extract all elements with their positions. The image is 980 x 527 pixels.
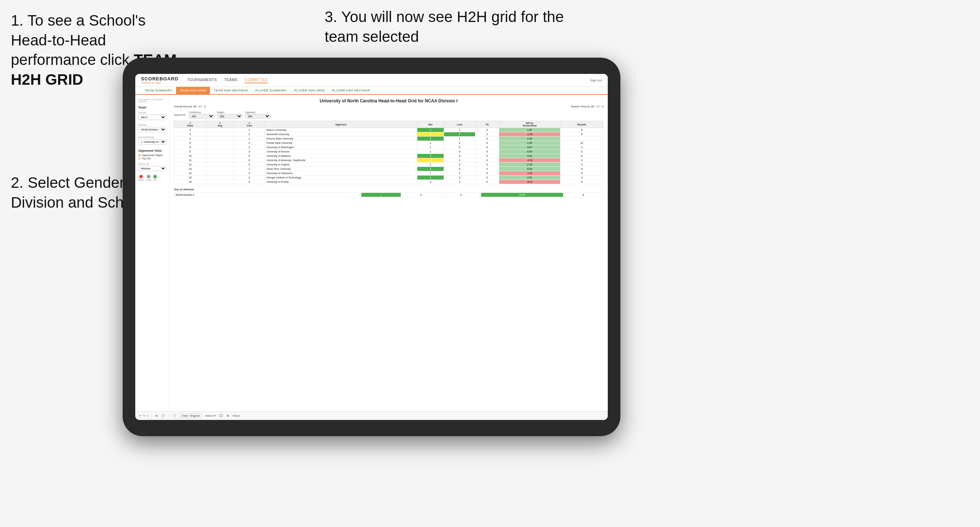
- share-btn[interactable]: Share: [233, 414, 240, 417]
- grid-title: University of North Carolina Head-to-Hea…: [174, 98, 603, 103]
- cell-loss: 2: [444, 141, 476, 145]
- watch-btn[interactable]: Watch ▾: [205, 414, 216, 417]
- cell-rounds: 9: [560, 171, 603, 176]
- cell-rank: 2: [174, 128, 206, 132]
- tab-player-summary[interactable]: PLAYER SUMMARY: [252, 87, 290, 94]
- cell-win: 3: [417, 167, 444, 171]
- overall-record: Overall Record: 89 - 17 - 0: [174, 105, 205, 108]
- cell-tie: 0: [476, 145, 499, 149]
- nav-tournaments[interactable]: TOURNAMENTS: [187, 77, 217, 83]
- cell-rank: 12: [174, 163, 206, 167]
- cell-opponent: Vanderbilt University: [265, 132, 417, 137]
- cell-reg: [206, 158, 234, 163]
- table-row: 9 3 University of Arizona 1 0 0 9.00 2: [174, 149, 603, 154]
- table-row: 15 4 Georgia Institute of Technology 6 0…: [174, 176, 603, 180]
- cell-opponent: University of Oklahoma: [265, 171, 417, 176]
- opponent-filter: Opponent (All): [245, 111, 270, 119]
- cell-loss: 0: [444, 145, 476, 149]
- cell-rounds: 9: [560, 176, 603, 180]
- cell-loss: 1: [444, 158, 476, 163]
- copy-btn[interactable]: ⧉: [156, 414, 158, 418]
- logo-sub: Powered by clippi: [141, 81, 178, 84]
- skip-btn[interactable]: ⟩: [147, 414, 148, 417]
- cell-loss: 1: [444, 128, 476, 132]
- cell-tie: 0: [476, 167, 499, 171]
- cell-tie: 0: [476, 171, 499, 176]
- cell-diff: 1.83: [499, 141, 560, 145]
- cell-loss: 0: [444, 163, 476, 167]
- col-conf: #Conf: [234, 121, 265, 128]
- grid-panel: University of North Carolina Head-to-Hea…: [170, 95, 608, 411]
- division-label: Division: [138, 124, 166, 126]
- cell-reg: [206, 154, 234, 158]
- cell-diff: 3.67: [499, 145, 560, 149]
- cell-opponent: Auburn University: [265, 128, 417, 132]
- cell-tie: 0: [476, 132, 499, 137]
- separator-2: [169, 413, 169, 419]
- cell-win: 1: [417, 141, 444, 145]
- cell-rounds: 2: [560, 149, 603, 154]
- cell-conf: 2: [234, 141, 265, 145]
- radio-opponents-played[interactable]: Opponents Played: [138, 154, 166, 156]
- cell-loss: 4: [444, 132, 476, 137]
- paste-btn[interactable]: 📋: [161, 414, 165, 417]
- sub-nav: TEAM SUMMARY TEAM H2H GRID TEAM H2H HEAT…: [135, 87, 608, 95]
- out-division-rounds: 3: [563, 193, 603, 197]
- gender-select[interactable]: Men's: [138, 114, 166, 120]
- gender-label: Gender: [138, 111, 166, 114]
- school-select[interactable]: 1. University of Nort...: [138, 139, 166, 144]
- cell-conf: 5: [234, 154, 265, 158]
- out-division-tie: 0: [441, 193, 481, 197]
- radio-dot-top100: [138, 157, 141, 160]
- clock-btn[interactable]: 🕐: [172, 414, 176, 417]
- out-of-division: Out of division NCAA Division II 1 0 0 2…: [174, 188, 603, 197]
- tab-player-h2h-heatmap[interactable]: PLAYER H2H HEATMAP: [328, 87, 374, 94]
- colour-by-select[interactable]: Win/loss: [138, 166, 166, 171]
- tab-team-h2h-grid[interactable]: TEAM H2H GRID: [176, 87, 210, 94]
- cell-loss: 2: [444, 171, 476, 176]
- radio-top100[interactable]: Top 100: [138, 157, 166, 160]
- opponent-select[interactable]: (All): [245, 114, 270, 119]
- colour-dot-up: [153, 175, 157, 178]
- cell-win: 1: [417, 145, 444, 149]
- comment-btn[interactable]: 💬: [219, 414, 223, 417]
- cell-reg: [206, 145, 234, 149]
- cell-win: 3: [417, 154, 444, 158]
- out-of-division-title: Out of division: [174, 188, 603, 191]
- out-division-diff: 26.00: [481, 193, 563, 197]
- col-reg: #Reg: [206, 121, 234, 128]
- cell-conf: 6: [234, 158, 265, 163]
- radio-dot-opponents: [138, 154, 141, 156]
- cell-rounds: 12: [560, 141, 603, 145]
- grid-btn[interactable]: ⊞: [226, 414, 229, 417]
- tab-team-summary[interactable]: TEAM SUMMARY: [141, 87, 176, 94]
- col-loss: Loss: [444, 121, 476, 128]
- filter-row: Opponents: Conference (All) Region (All): [174, 111, 603, 119]
- undo-btn[interactable]: ↩: [139, 414, 142, 417]
- tab-team-h2h-heatmap[interactable]: TEAM H2H HEATMAP: [210, 87, 252, 94]
- colour-label-level: Level: [146, 179, 151, 181]
- region-select[interactable]: (All): [217, 114, 242, 119]
- cell-diff: -6.42: [499, 180, 560, 184]
- cell-win: 0: [417, 132, 444, 137]
- opponent-view-label: Opponent View: [138, 149, 166, 152]
- division-select[interactable]: NCAA Division I: [138, 127, 166, 132]
- cell-win: 2: [417, 128, 444, 132]
- main-content: Last Updated: 27/03/2024 16:55:38 Team G…: [135, 95, 608, 411]
- cell-tie: 0: [476, 163, 499, 167]
- col-opponent: Opponent: [265, 121, 417, 128]
- cell-reg: [206, 132, 234, 137]
- table-row: 13 1 Texas Tech University 3 0 0 5.56 9: [174, 167, 603, 171]
- redo-btn[interactable]: ↪: [143, 414, 145, 417]
- conference-select[interactable]: (All): [189, 114, 214, 119]
- cell-loss: 0: [444, 176, 476, 180]
- sign-out[interactable]: Sign out: [590, 79, 602, 82]
- view-label[interactable]: View: Original: [180, 413, 202, 418]
- tab-player-h2h-grid[interactable]: PLAYER H2H GRID: [290, 87, 328, 94]
- table-row: 4 1 Arizona State University 5 1 0 2.29: [174, 137, 603, 141]
- logo-main: SCOREBOARD: [141, 76, 178, 81]
- nav-teams[interactable]: TEAMS: [224, 77, 237, 83]
- nav-committee[interactable]: COMMITTEE: [245, 77, 268, 83]
- cell-rounds: 3: [560, 163, 603, 167]
- colour-down: Down: [138, 175, 143, 181]
